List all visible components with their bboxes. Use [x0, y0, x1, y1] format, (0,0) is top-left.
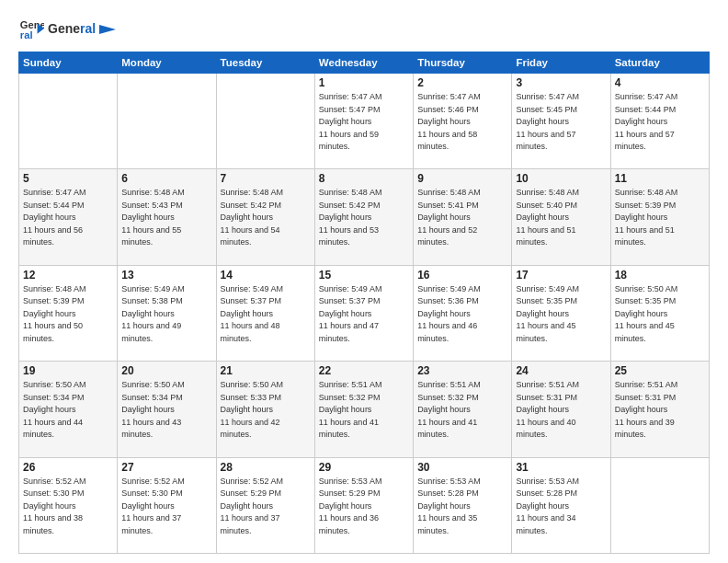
day-info: Sunrise: 5:48 AM Sunset: 5:43 PM Dayligh…: [121, 187, 211, 249]
svg-marker-3: [99, 25, 116, 34]
page: Gene ral General SundayMondayTuesdayWedn…: [0, 0, 728, 563]
calendar-cell: 7 Sunrise: 5:48 AM Sunset: 5:42 PM Dayli…: [216, 169, 314, 265]
day-info: Sunrise: 5:50 AM Sunset: 5:33 PM Dayligh…: [221, 379, 311, 442]
day-number: 23: [417, 364, 507, 377]
weekday-header-sunday: Sunday: [19, 52, 118, 74]
weekday-header-wednesday: Wednesday: [314, 52, 413, 74]
calendar-cell: 24 Sunrise: 5:51 AM Sunset: 5:31 PM Dayl…: [512, 362, 610, 457]
weekday-header-saturday: Saturday: [610, 52, 709, 74]
weekday-header-monday: Monday: [118, 52, 216, 74]
calendar-cell: 26 Sunrise: 5:52 AM Sunset: 5:30 PM Dayl…: [19, 457, 118, 553]
day-info: Sunrise: 5:49 AM Sunset: 5:36 PM Dayligh…: [417, 283, 507, 346]
calendar-cell: 4 Sunrise: 5:47 AM Sunset: 5:44 PM Dayli…: [610, 74, 709, 169]
day-info: Sunrise: 5:48 AM Sunset: 5:41 PM Dayligh…: [417, 187, 507, 249]
calendar-cell: 25 Sunrise: 5:51 AM Sunset: 5:31 PM Dayl…: [610, 362, 709, 457]
day-number: 26: [23, 461, 113, 474]
day-info: Sunrise: 5:49 AM Sunset: 5:37 PM Dayligh…: [221, 283, 311, 346]
calendar-cell: 10 Sunrise: 5:48 AM Sunset: 5:40 PM Dayl…: [512, 169, 610, 265]
day-number: 15: [319, 269, 409, 282]
day-info: Sunrise: 5:51 AM Sunset: 5:32 PM Dayligh…: [417, 379, 507, 442]
calendar-cell: 31 Sunrise: 5:53 AM Sunset: 5:28 PM Dayl…: [512, 457, 610, 553]
day-info: Sunrise: 5:49 AM Sunset: 5:35 PM Dayligh…: [516, 283, 606, 346]
calendar-cell: 16 Sunrise: 5:49 AM Sunset: 5:36 PM Dayl…: [414, 265, 512, 361]
day-info: Sunrise: 5:47 AM Sunset: 5:45 PM Dayligh…: [516, 91, 606, 154]
calendar-cell: 28 Sunrise: 5:52 AM Sunset: 5:29 PM Dayl…: [216, 457, 314, 553]
blue-arrow-icon: [99, 21, 116, 38]
day-number: 30: [417, 461, 507, 474]
day-info: Sunrise: 5:50 AM Sunset: 5:34 PM Dayligh…: [121, 379, 211, 442]
calendar-cell: 14 Sunrise: 5:49 AM Sunset: 5:37 PM Dayl…: [216, 265, 314, 361]
calendar-cell: 18 Sunrise: 5:50 AM Sunset: 5:35 PM Dayl…: [610, 265, 709, 361]
calendar-week-row: 5 Sunrise: 5:47 AM Sunset: 5:44 PM Dayli…: [19, 169, 710, 265]
day-number: 24: [516, 364, 606, 377]
day-number: 20: [121, 364, 211, 377]
calendar-cell: 19 Sunrise: 5:50 AM Sunset: 5:34 PM Dayl…: [19, 362, 118, 457]
calendar-cell: 2 Sunrise: 5:47 AM Sunset: 5:46 PM Dayli…: [414, 74, 512, 169]
logo: Gene ral General: [18, 17, 116, 42]
day-number: 13: [121, 269, 211, 282]
day-info: Sunrise: 5:51 AM Sunset: 5:31 PM Dayligh…: [516, 379, 606, 442]
day-info: Sunrise: 5:51 AM Sunset: 5:32 PM Dayligh…: [319, 379, 409, 442]
day-info: Sunrise: 5:52 AM Sunset: 5:30 PM Dayligh…: [121, 476, 211, 538]
day-number: 7: [221, 172, 311, 185]
day-number: 10: [516, 172, 606, 185]
calendar-cell: 29 Sunrise: 5:53 AM Sunset: 5:29 PM Dayl…: [314, 457, 413, 553]
logo-icon: Gene ral: [18, 17, 44, 42]
day-info: Sunrise: 5:52 AM Sunset: 5:29 PM Dayligh…: [221, 476, 311, 538]
calendar-week-row: 19 Sunrise: 5:50 AM Sunset: 5:34 PM Dayl…: [19, 362, 710, 457]
day-info: Sunrise: 5:47 AM Sunset: 5:46 PM Dayligh…: [417, 91, 507, 154]
day-info: Sunrise: 5:51 AM Sunset: 5:31 PM Dayligh…: [615, 379, 705, 442]
day-number: 14: [221, 269, 311, 282]
day-number: 5: [23, 172, 113, 185]
day-info: Sunrise: 5:50 AM Sunset: 5:35 PM Dayligh…: [615, 283, 705, 346]
calendar-week-row: 1 Sunrise: 5:47 AM Sunset: 5:47 PM Dayli…: [19, 74, 710, 169]
weekday-header-thursday: Thursday: [414, 52, 512, 74]
weekday-header-friday: Friday: [512, 52, 610, 74]
calendar-cell: 8 Sunrise: 5:48 AM Sunset: 5:42 PM Dayli…: [314, 169, 413, 265]
day-number: 27: [121, 461, 211, 474]
day-info: Sunrise: 5:52 AM Sunset: 5:30 PM Dayligh…: [23, 476, 113, 538]
logo-text: General: [48, 22, 96, 36]
calendar-cell: 17 Sunrise: 5:49 AM Sunset: 5:35 PM Dayl…: [512, 265, 610, 361]
day-info: Sunrise: 5:47 AM Sunset: 5:44 PM Dayligh…: [615, 91, 705, 154]
day-number: 22: [319, 364, 409, 377]
day-number: 12: [23, 269, 113, 282]
day-info: Sunrise: 5:48 AM Sunset: 5:42 PM Dayligh…: [319, 187, 409, 249]
header: Gene ral General: [18, 17, 710, 42]
day-info: Sunrise: 5:49 AM Sunset: 5:37 PM Dayligh…: [319, 283, 409, 346]
day-number: 18: [615, 269, 705, 282]
calendar-cell: 30 Sunrise: 5:53 AM Sunset: 5:28 PM Dayl…: [414, 457, 512, 553]
calendar-cell: 22 Sunrise: 5:51 AM Sunset: 5:32 PM Dayl…: [314, 362, 413, 457]
day-number: 1: [319, 76, 409, 89]
day-number: 16: [417, 269, 507, 282]
day-info: Sunrise: 5:49 AM Sunset: 5:38 PM Dayligh…: [121, 283, 211, 346]
day-info: Sunrise: 5:48 AM Sunset: 5:40 PM Dayligh…: [516, 187, 606, 249]
calendar-cell: 1 Sunrise: 5:47 AM Sunset: 5:47 PM Dayli…: [314, 74, 413, 169]
weekday-header-tuesday: Tuesday: [216, 52, 314, 74]
calendar-cell: 9 Sunrise: 5:48 AM Sunset: 5:41 PM Dayli…: [414, 169, 512, 265]
weekday-header-row: SundayMondayTuesdayWednesdayThursdayFrid…: [19, 52, 710, 74]
day-info: Sunrise: 5:53 AM Sunset: 5:29 PM Dayligh…: [319, 476, 409, 538]
day-info: Sunrise: 5:50 AM Sunset: 5:34 PM Dayligh…: [23, 379, 113, 442]
calendar-cell: 5 Sunrise: 5:47 AM Sunset: 5:44 PM Dayli…: [19, 169, 118, 265]
calendar-cell: 13 Sunrise: 5:49 AM Sunset: 5:38 PM Dayl…: [118, 265, 216, 361]
day-number: 19: [23, 364, 113, 377]
day-number: 29: [319, 461, 409, 474]
day-number: 3: [516, 76, 606, 89]
calendar-cell: 20 Sunrise: 5:50 AM Sunset: 5:34 PM Dayl…: [118, 362, 216, 457]
day-info: Sunrise: 5:53 AM Sunset: 5:28 PM Dayligh…: [516, 476, 606, 538]
day-info: Sunrise: 5:47 AM Sunset: 5:47 PM Dayligh…: [319, 91, 409, 154]
calendar-table: SundayMondayTuesdayWednesdayThursdayFrid…: [18, 52, 710, 554]
calendar-cell: 27 Sunrise: 5:52 AM Sunset: 5:30 PM Dayl…: [118, 457, 216, 553]
calendar-cell: 23 Sunrise: 5:51 AM Sunset: 5:32 PM Dayl…: [414, 362, 512, 457]
day-number: 6: [121, 172, 211, 185]
day-number: 11: [615, 172, 705, 185]
day-number: 25: [615, 364, 705, 377]
calendar-cell: 12 Sunrise: 5:48 AM Sunset: 5:39 PM Dayl…: [19, 265, 118, 361]
svg-text:ral: ral: [20, 29, 33, 40]
day-number: 9: [417, 172, 507, 185]
day-info: Sunrise: 5:48 AM Sunset: 5:39 PM Dayligh…: [615, 187, 705, 249]
day-info: Sunrise: 5:48 AM Sunset: 5:39 PM Dayligh…: [23, 283, 113, 346]
day-number: 21: [221, 364, 311, 377]
calendar-week-row: 26 Sunrise: 5:52 AM Sunset: 5:30 PM Dayl…: [19, 457, 710, 553]
